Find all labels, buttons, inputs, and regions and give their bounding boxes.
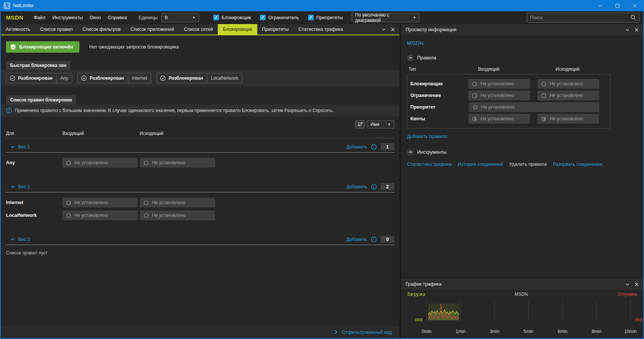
sort-order-button[interactable] xyxy=(355,120,365,129)
weight-group-header[interactable]: Вес 1 Добавить 1 xyxy=(6,141,394,153)
units-dropdown[interactable]: B ▼ xyxy=(161,13,199,22)
menu-item-окно[interactable]: Окно xyxy=(86,13,104,22)
tab-список-сетей[interactable]: Список сетей xyxy=(179,24,218,35)
search-input[interactable] xyxy=(530,15,630,20)
add-rule-link[interactable]: Добавить правило xyxy=(407,134,447,139)
profile-name[interactable]: MSDN xyxy=(6,14,23,21)
rule-not-set-button[interactable]: Не установлено xyxy=(468,91,530,100)
tool-link-статистика-трафика[interactable]: Статистика трафика xyxy=(407,162,452,167)
column-outgoing: Исходящий xyxy=(556,67,637,72)
rule-not-set-button[interactable]: Не установлено xyxy=(538,114,599,124)
window-title: NetLimiter xyxy=(13,3,34,8)
traffic-chart[interactable]: 0min1min3min5min6min8min10min0КБ0КБ xyxy=(401,297,643,338)
add-rule-link[interactable]: Добавить xyxy=(346,144,367,150)
circle-icon xyxy=(66,213,71,218)
blocker-enabled-button[interactable]: Блокировщик включён xyxy=(6,41,79,53)
rule-not-set-button[interactable]: Не установлено xyxy=(140,158,215,168)
tab-статистика-трафика[interactable]: Статистика трафика xyxy=(293,24,348,35)
rule-not-set-button[interactable]: Не установлено xyxy=(538,91,599,100)
tab-список-фильтров[interactable]: Список фильтров xyxy=(77,24,125,35)
netlimiter-window: NetLimiter MSDN ФайлИнструментыОкноСправ… xyxy=(0,0,644,339)
menu-item-справка[interactable]: Справка xyxy=(104,13,130,22)
column-incoming[interactable]: Входящий xyxy=(62,131,140,136)
rule-target-name: Any xyxy=(6,160,62,165)
svg-text:0КБ: 0КБ xyxy=(635,318,643,322)
column-outgoing[interactable]: Исходящий xyxy=(140,131,394,136)
tab-приоритеты[interactable]: Приоритеты xyxy=(257,24,294,35)
chevron-down-icon[interactable] xyxy=(11,238,14,241)
rule-not-set-button[interactable]: Не установлено xyxy=(468,114,530,124)
search-icon[interactable] xyxy=(630,15,636,20)
weight-group-header[interactable]: Вес 2 Добавить 2 xyxy=(6,181,394,192)
view-mode-dropdown[interactable]: По умолчанию с диаграммой ▼ xyxy=(352,13,419,22)
tab-список-приложений[interactable]: Список приложений xyxy=(126,24,179,35)
chevron-right-icon[interactable] xyxy=(334,330,337,334)
svg-text:3min: 3min xyxy=(490,329,500,334)
weight-group-label: Вес 2 xyxy=(18,184,30,189)
tool-link-разорвать-соединения[interactable]: Разорвать соединения xyxy=(553,162,602,167)
rule-not-set-button[interactable]: Не установлено xyxy=(140,198,215,207)
search-box[interactable] xyxy=(527,13,639,23)
rule-row: Any Не установленоНе установлено xyxy=(6,158,394,168)
add-rule-link[interactable]: Добавить xyxy=(346,184,367,189)
rule-not-set-button[interactable]: Не установлено xyxy=(62,198,138,207)
rules-collapse-header[interactable]: Правила xyxy=(407,54,637,61)
chevron-down-icon[interactable] xyxy=(11,185,14,188)
tools-collapse-header[interactable]: Инструменты xyxy=(407,149,637,156)
filtered-view-link[interactable]: Отфильтрованный вид xyxy=(342,330,392,335)
close-button[interactable] xyxy=(626,0,643,11)
tab-активность[interactable]: Активность xyxy=(1,24,35,35)
info-icon xyxy=(371,236,377,242)
hexagon-icon xyxy=(472,116,477,122)
tab-список-правил[interactable]: Список правил xyxy=(35,24,78,35)
close-panel-icon[interactable] xyxy=(635,28,639,32)
rule-not-set-button[interactable]: Не установлено xyxy=(62,158,138,168)
chart-app-label: MSDN xyxy=(425,292,617,297)
chevron-up-icon[interactable] xyxy=(407,149,414,156)
menu-item-инструменты[interactable]: Инструменты xyxy=(49,13,86,22)
checkbox-блокировщик[interactable]: ✓ Блокировщик xyxy=(213,15,251,20)
rule-not-set-button[interactable]: Не установлено xyxy=(62,210,138,220)
tab-блокировщик[interactable]: Блокировщик xyxy=(218,24,257,35)
rule-not-set-button[interactable]: Не установлено xyxy=(468,79,530,89)
rule-not-set-button[interactable]: Не установлено xyxy=(469,102,599,112)
info-panel: Просмотр информации MSDN Правила Тип Вхо… xyxy=(401,24,643,338)
column-for[interactable]: Для xyxy=(6,131,62,136)
chevron-down-icon[interactable] xyxy=(382,28,386,31)
sort-descending-icon xyxy=(357,122,363,127)
checkbox-ограничитель[interactable]: ✓ Ограничитель xyxy=(260,15,299,20)
minimize-button[interactable] xyxy=(591,0,609,11)
tabbar-tools xyxy=(377,24,399,35)
rule-target-name: Internet xyxy=(6,200,62,205)
chevron-up-icon[interactable] xyxy=(407,54,414,61)
zone-unblock-button-any[interactable]: Разблокирован Any xyxy=(6,73,72,83)
maximize-button[interactable] xyxy=(609,0,626,11)
weight-group: Вес 1 Добавить 1 Any Не установленоНе ус… xyxy=(6,141,394,178)
minus-circle-icon xyxy=(472,104,478,110)
tool-link-удалить-правила[interactable]: Удалить правила xyxy=(509,162,547,167)
chart-panel-title: График трафика xyxy=(406,281,442,287)
rule-not-set-button[interactable]: Не установлено xyxy=(140,210,215,220)
selected-app-name[interactable]: MSDN xyxy=(407,40,637,46)
check-circle-icon xyxy=(160,75,166,81)
menu-item-файл[interactable]: Файл xyxy=(30,13,49,22)
rule-not-set-button[interactable]: Не установлено xyxy=(538,79,599,89)
tool-link-история-соединений[interactable]: История соединений xyxy=(458,162,503,167)
circle-icon xyxy=(541,81,547,87)
chevron-down-icon[interactable] xyxy=(11,145,14,148)
close-panel-icon[interactable] xyxy=(391,27,395,32)
chevron-down-icon[interactable] xyxy=(626,29,629,31)
checkbox-приоритеты[interactable]: ✓ Приоритеты xyxy=(308,15,343,20)
info-panel-header: Просмотр информации xyxy=(401,24,643,35)
blocker-status-label: Блокировщик включён xyxy=(19,44,73,50)
checkbox-checked-icon: ✓ xyxy=(260,15,266,20)
chevron-down-icon[interactable] xyxy=(626,283,629,286)
weight-group-header[interactable]: Вес 3 Добавить 0 xyxy=(6,234,394,245)
zone-unblock-button-internet[interactable]: Разблокирован Internet xyxy=(77,73,151,83)
view-mode-value: По умолчанию с диаграммой xyxy=(355,12,410,23)
sort-by-dropdown[interactable]: Имя ▼ xyxy=(367,120,394,129)
zone-unblock-button-localnetwork[interactable]: Разблокирован LocalNetwork xyxy=(156,73,242,83)
add-rule-link[interactable]: Добавить xyxy=(346,237,367,242)
shield-check-icon xyxy=(10,44,16,50)
close-panel-icon[interactable] xyxy=(635,282,639,286)
